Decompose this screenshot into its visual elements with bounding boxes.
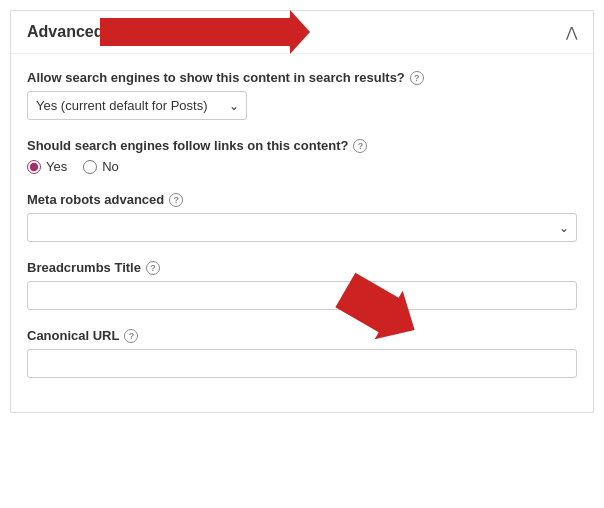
radio-yes-input[interactable]: [27, 160, 41, 174]
radio-yes-label: Yes: [46, 159, 67, 174]
search-visibility-label: Allow search engines to show this conten…: [27, 70, 577, 85]
meta-robots-label: Meta robots advanced ?: [27, 192, 577, 207]
follow-links-radio-group: Yes No: [27, 159, 577, 174]
breadcrumbs-title-input[interactable]: [27, 281, 577, 310]
panel-title: Advanced: [27, 23, 103, 41]
canonical-url-input[interactable]: [27, 349, 577, 378]
radio-no[interactable]: No: [83, 159, 119, 174]
canonical-url-help-icon[interactable]: ?: [124, 329, 138, 343]
breadcrumbs-title-group: Breadcrumbs Title ?: [27, 260, 577, 310]
search-visibility-group: Allow search engines to show this conten…: [27, 70, 577, 120]
canonical-url-group: Canonical URL ?: [27, 328, 577, 378]
panel-body: Allow search engines to show this conten…: [11, 54, 593, 412]
radio-yes[interactable]: Yes: [27, 159, 67, 174]
radio-no-input[interactable]: [83, 160, 97, 174]
follow-links-group: Should search engines follow links on th…: [27, 138, 577, 174]
meta-robots-select-wrapper: ⌄: [27, 213, 577, 242]
search-visibility-help-icon[interactable]: ?: [410, 71, 424, 85]
advanced-panel: Advanced ⋀ Allow search engines to show …: [10, 10, 594, 413]
panel-header[interactable]: Advanced ⋀: [11, 11, 593, 54]
meta-robots-group: Meta robots advanced ? ⌄: [27, 192, 577, 242]
meta-robots-select[interactable]: [27, 213, 577, 242]
search-visibility-select-wrapper: Yes (current default for Posts) No Yes ⌄: [27, 91, 247, 120]
breadcrumbs-title-label: Breadcrumbs Title ?: [27, 260, 577, 275]
follow-links-help-icon[interactable]: ?: [353, 139, 367, 153]
canonical-url-label: Canonical URL ?: [27, 328, 577, 343]
follow-links-label: Should search engines follow links on th…: [27, 138, 577, 153]
meta-robots-help-icon[interactable]: ?: [169, 193, 183, 207]
radio-no-label: No: [102, 159, 119, 174]
search-visibility-select[interactable]: Yes (current default for Posts) No Yes: [27, 91, 247, 120]
collapse-icon[interactable]: ⋀: [566, 24, 577, 40]
breadcrumbs-title-help-icon[interactable]: ?: [146, 261, 160, 275]
